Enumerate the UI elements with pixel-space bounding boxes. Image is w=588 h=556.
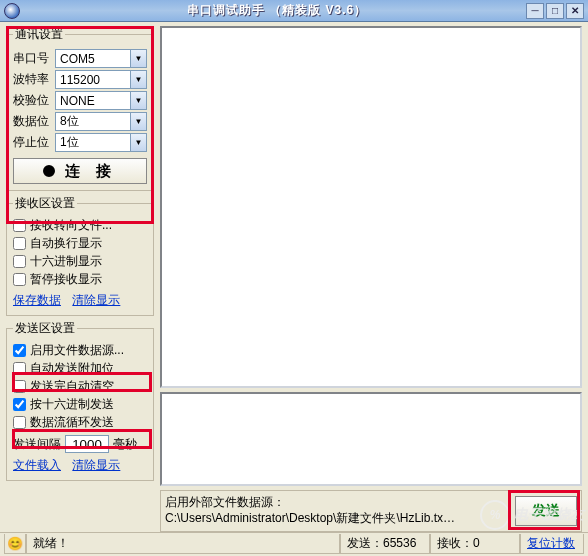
parity-combo[interactable]: NONE ▼ [55,91,147,110]
checkbox[interactable] [13,219,26,232]
baud-label: 波特率 [13,71,55,88]
port-value: COM5 [56,52,130,66]
send-count-value: 65536 [383,536,416,550]
right-panel: 启用外部文件数据源： C:\Users\Administrator\Deskto… [158,22,588,532]
recv-pause-check[interactable]: 暂停接收显示 [13,271,147,288]
receive-textarea[interactable] [160,26,582,388]
recv-clear-link[interactable]: 清除显示 [72,293,120,307]
status-icon: 😊 [4,534,26,554]
reset-count-cell[interactable]: 复位计数 [520,534,584,554]
ext-source-label: 启用外部文件数据源： [165,495,511,511]
status-bar: 😊 就绪！ 发送： 65536 接收： 0 复位计数 [0,532,588,554]
stopbits-value: 1位 [56,134,130,151]
chevron-down-icon[interactable]: ▼ [130,134,146,151]
ext-source-path: C:\Users\Administrator\Desktop\新建文件夹\HzL… [165,511,511,527]
save-data-link[interactable]: 保存数据 [13,293,61,307]
checkbox[interactable] [13,237,26,250]
status-text: 就绪！ [26,534,340,554]
send-links: 文件载入 清除显示 [13,457,147,474]
databits-value: 8位 [56,113,130,130]
chevron-down-icon[interactable]: ▼ [130,71,146,88]
recv-legend: 接收区设置 [13,195,77,212]
send-extra-check[interactable]: 自动发送附加位 [13,360,147,377]
recv-count: 接收： 0 [430,534,520,554]
stopbits-combo[interactable]: 1位 ▼ [55,133,147,152]
recv-count-label: 接收： [437,535,473,552]
recv-links: 保存数据 清除显示 [13,292,147,309]
send-count: 发送： 65536 [340,534,430,554]
databits-label: 数据位 [13,113,55,130]
connect-label: 连 接 [65,162,117,181]
connect-button[interactable]: 连 接 [13,158,147,184]
main-area: 通讯设置 串口号 COM5 ▼ 波特率 115200 ▼ 校验位 NONE [0,22,588,532]
maximize-button[interactable]: □ [546,3,564,19]
send-interval-row: 发送间隔 毫秒 [13,435,147,453]
stopbits-row: 停止位 1位 ▼ [13,133,147,152]
load-file-link[interactable]: 文件载入 [13,458,61,472]
app-icon [4,3,20,19]
recv-hex-check[interactable]: 十六进制显示 [13,253,147,270]
port-combo[interactable]: COM5 ▼ [55,49,147,68]
port-row: 串口号 COM5 ▼ [13,49,147,68]
send-hex-check[interactable]: 按十六进制发送 [13,396,147,413]
databits-row: 数据位 8位 ▼ [13,112,147,131]
send-legend: 发送区设置 [13,320,77,337]
reset-count-link[interactable]: 复位计数 [527,535,575,552]
send-usefile-label: 启用文件数据源... [30,342,124,359]
interval-unit: 毫秒 [113,436,137,453]
parity-value: NONE [56,94,130,108]
recv-tofile-label: 接收转向文件... [30,217,112,234]
send-loop-check[interactable]: 数据流循环发送 [13,414,147,431]
checkbox[interactable] [13,273,26,286]
baud-value: 115200 [56,73,130,87]
send-clear-check[interactable]: 发送完自动清空 [13,378,147,395]
minimize-button[interactable]: ─ [526,3,544,19]
recv-wrap-check[interactable]: 自动换行显示 [13,235,147,252]
watermark-text: 电子发烧友 [514,506,584,524]
close-button[interactable]: ✕ [566,3,584,19]
recv-settings-group: 接收区设置 接收转向文件... 自动换行显示 十六进制显示 暂停接收显示 保存数… [6,195,154,316]
interval-input[interactable] [65,435,109,453]
comm-settings-group: 通讯设置 串口号 COM5 ▼ 波特率 115200 ▼ 校验位 NONE [6,26,154,191]
recv-tofile-check[interactable]: 接收转向文件... [13,217,147,234]
checkbox[interactable] [13,398,26,411]
parity-row: 校验位 NONE ▼ [13,91,147,110]
stopbits-label: 停止位 [13,134,55,151]
window-title: 串口调试助手 （精装版 V3.6） [28,2,526,19]
ext-source-text: 启用外部文件数据源： C:\Users\Administrator\Deskto… [165,495,511,526]
port-label: 串口号 [13,50,55,67]
send-extra-label: 自动发送附加位 [30,360,114,377]
comm-legend: 通讯设置 [13,26,65,43]
watermark-icon: % [480,500,510,530]
checkbox[interactable] [13,380,26,393]
checkbox[interactable] [13,255,26,268]
recv-wrap-label: 自动换行显示 [30,235,102,252]
send-clear-link[interactable]: 清除显示 [72,458,120,472]
left-panel: 通讯设置 串口号 COM5 ▼ 波特率 115200 ▼ 校验位 NONE [0,22,158,532]
recv-count-value: 0 [473,536,480,550]
title-bar: 串口调试助手 （精装版 V3.6） ─ □ ✕ [0,0,588,22]
chevron-down-icon[interactable]: ▼ [130,92,146,109]
record-icon [43,165,55,177]
send-clear-label: 发送完自动清空 [30,378,114,395]
checkbox[interactable] [13,416,26,429]
recv-hex-label: 十六进制显示 [30,253,102,270]
send-textarea[interactable] [160,392,582,486]
watermark: % 电子发烧友 [480,500,584,530]
recv-pause-label: 暂停接收显示 [30,271,102,288]
send-count-label: 发送： [347,535,383,552]
checkbox[interactable] [13,344,26,357]
window-buttons: ─ □ ✕ [526,3,584,19]
baud-combo[interactable]: 115200 ▼ [55,70,147,89]
databits-combo[interactable]: 8位 ▼ [55,112,147,131]
baud-row: 波特率 115200 ▼ [13,70,147,89]
send-hex-label: 按十六进制发送 [30,396,114,413]
send-usefile-check[interactable]: 启用文件数据源... [13,342,147,359]
interval-label: 发送间隔 [13,436,61,453]
send-settings-group: 发送区设置 启用文件数据源... 自动发送附加位 发送完自动清空 按十六进制发送… [6,320,154,481]
parity-label: 校验位 [13,92,55,109]
checkbox[interactable] [13,362,26,375]
chevron-down-icon[interactable]: ▼ [130,113,146,130]
chevron-down-icon[interactable]: ▼ [130,50,146,67]
send-loop-label: 数据流循环发送 [30,414,114,431]
